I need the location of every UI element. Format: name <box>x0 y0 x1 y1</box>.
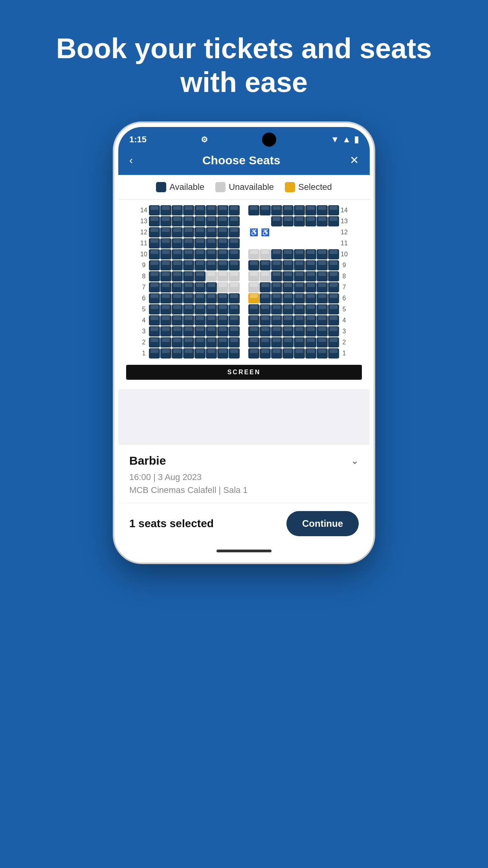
seat-2-r6[interactable] <box>305 337 316 348</box>
seat-10-r3[interactable] <box>271 249 282 259</box>
seat-4-1[interactable] <box>149 315 160 326</box>
seat-8-r4[interactable] <box>283 271 294 281</box>
seat-10-6[interactable] <box>206 249 217 259</box>
seat-6-6[interactable] <box>206 293 217 303</box>
seat-2-6[interactable] <box>206 337 217 348</box>
seat-7-r5[interactable] <box>294 282 305 292</box>
seat-1-r6[interactable] <box>305 348 316 359</box>
seat-5-r5[interactable] <box>294 304 305 314</box>
seat-6-3[interactable] <box>172 293 183 303</box>
wheelchair-icon-1[interactable]: ♿ <box>248 227 259 237</box>
seat-1-r5[interactable] <box>294 348 305 359</box>
seat-14-14[interactable] <box>305 205 316 215</box>
seat-2-8[interactable] <box>229 337 240 348</box>
seat-1-7[interactable] <box>217 348 228 359</box>
seat-3-3[interactable] <box>172 326 183 337</box>
seat-8-2[interactable] <box>160 271 171 281</box>
seat-9-r7[interactable] <box>317 260 328 270</box>
seat-8-r8[interactable] <box>328 271 339 281</box>
seat-9-r5[interactable] <box>294 260 305 270</box>
seat-3-4[interactable] <box>183 326 194 337</box>
seat-10-1[interactable] <box>149 249 160 259</box>
seat-5-5[interactable] <box>194 304 205 314</box>
seat-3-r4[interactable] <box>283 326 294 337</box>
seat-13-14[interactable] <box>328 216 339 226</box>
seat-8-r5[interactable] <box>294 271 305 281</box>
seat-14-16[interactable] <box>328 205 339 215</box>
seat-7-3[interactable] <box>172 282 183 292</box>
seat-9-8[interactable] <box>229 260 240 270</box>
seat-4-8[interactable] <box>229 315 240 326</box>
seat-2-r3[interactable] <box>271 337 282 348</box>
seat-2-2[interactable] <box>160 337 171 348</box>
seat-9-r6[interactable] <box>305 260 316 270</box>
seat-12-7[interactable] <box>217 227 228 237</box>
seat-10-4[interactable] <box>183 249 194 259</box>
seat-3-r6[interactable] <box>305 326 316 337</box>
seat-5-7[interactable] <box>217 304 228 314</box>
seat-11-5[interactable] <box>194 238 205 248</box>
seat-10-3[interactable] <box>172 249 183 259</box>
seat-4-r3[interactable] <box>271 315 282 326</box>
seat-4-r6[interactable] <box>305 315 316 326</box>
seat-2-r1[interactable] <box>248 337 259 348</box>
seat-5-r6[interactable] <box>305 304 316 314</box>
seat-3-7[interactable] <box>217 326 228 337</box>
seat-14-8[interactable] <box>229 205 240 215</box>
seat-1-6[interactable] <box>206 348 217 359</box>
seat-5-r8[interactable] <box>328 304 339 314</box>
seat-1-r1[interactable] <box>248 348 259 359</box>
seat-3-r8[interactable] <box>328 326 339 337</box>
seat-13-7[interactable] <box>217 216 228 226</box>
seat-13-9[interactable] <box>271 216 282 226</box>
seat-9-7[interactable] <box>217 260 228 270</box>
seat-14-13[interactable] <box>294 205 305 215</box>
seat-3-1[interactable] <box>149 326 160 337</box>
seat-3-r1[interactable] <box>248 326 259 337</box>
seat-10-8[interactable] <box>229 249 240 259</box>
seat-1-4[interactable] <box>183 348 194 359</box>
seat-10-r5[interactable] <box>294 249 305 259</box>
seat-14-12[interactable] <box>283 205 294 215</box>
seat-3-5[interactable] <box>194 326 205 337</box>
seat-2-r8[interactable] <box>328 337 339 348</box>
seat-11-1[interactable] <box>149 238 160 248</box>
seat-1-3[interactable] <box>172 348 183 359</box>
seat-6-r7[interactable] <box>317 293 328 303</box>
seat-8-r2[interactable] <box>260 271 271 281</box>
seat-12-8[interactable] <box>229 227 240 237</box>
seat-6-r2[interactable] <box>260 293 271 303</box>
seat-5-2[interactable] <box>160 304 171 314</box>
seat-6-r5[interactable] <box>294 293 305 303</box>
seat-9-2[interactable] <box>160 260 171 270</box>
seat-4-r1[interactable] <box>248 315 259 326</box>
seat-10-r6[interactable] <box>305 249 316 259</box>
seat-7-r7[interactable] <box>317 282 328 292</box>
seat-14-11[interactable] <box>271 205 282 215</box>
seat-7-r4[interactable] <box>283 282 294 292</box>
seat-7-r6[interactable] <box>305 282 316 292</box>
seat-9-r2[interactable] <box>260 260 271 270</box>
seat-12-2[interactable] <box>160 227 171 237</box>
seat-3-2[interactable] <box>160 326 171 337</box>
seat-6-2[interactable] <box>160 293 171 303</box>
seat-13-3[interactable] <box>172 216 183 226</box>
seat-5-r2[interactable] <box>260 304 271 314</box>
seat-10-7[interactable] <box>217 249 228 259</box>
seat-9-5[interactable] <box>194 260 205 270</box>
seat-9-r8[interactable] <box>328 260 339 270</box>
seat-2-r4[interactable] <box>283 337 294 348</box>
seat-6-selected[interactable] <box>248 293 259 303</box>
seat-3-r2[interactable] <box>260 326 271 337</box>
seat-4-5[interactable] <box>194 315 205 326</box>
seat-9-r1[interactable] <box>248 260 259 270</box>
seat-9-r3[interactable] <box>271 260 282 270</box>
seat-8-1[interactable] <box>149 271 160 281</box>
seat-5-r3[interactable] <box>271 304 282 314</box>
seat-2-1[interactable] <box>149 337 160 348</box>
seat-6-r6[interactable] <box>305 293 316 303</box>
seat-11-6[interactable] <box>206 238 217 248</box>
seat-6-8[interactable] <box>229 293 240 303</box>
seat-14-1[interactable] <box>149 205 160 215</box>
seat-13-1[interactable] <box>149 216 160 226</box>
